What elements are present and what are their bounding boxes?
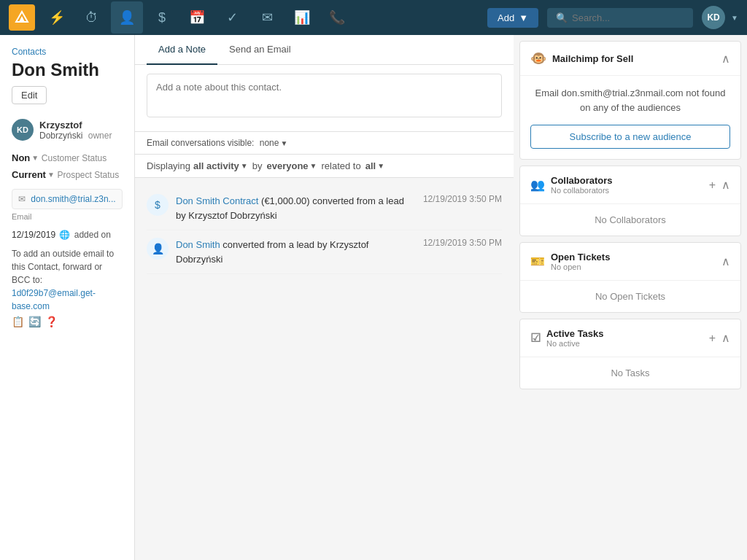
collaborators-collapse-btn[interactable]: ∧	[721, 178, 730, 192]
activity-filter-user-arrow: ▼	[310, 162, 317, 170]
open-tickets-title-text: Open Tickets	[551, 252, 610, 262]
open-tickets-subtitle: No open	[551, 262, 610, 271]
email-icon: ✉	[18, 194, 26, 204]
open-tickets-collapse-btn[interactable]: ∧	[721, 254, 730, 268]
tab-add-note[interactable]: Add a Note	[147, 35, 217, 65]
collaborators-add-btn[interactable]: +	[709, 179, 716, 192]
owner-last-name: Dobrzyński	[39, 131, 82, 141]
active-tasks-title-text: Active Tasks	[546, 328, 604, 339]
prospect-status-arrow: ▼	[47, 171, 55, 179]
nav-icon-activity[interactable]: ⚡	[41, 1, 73, 34]
activity-filter-activity-arrow: ▼	[241, 162, 248, 170]
nav-icon-reports[interactable]: 📊	[286, 1, 318, 34]
activity-filter-related: related to	[322, 160, 361, 171]
open-tickets-card: 🎫 Open Tickets No open ∧ No Open Tickets	[519, 242, 741, 313]
left-panel: Contacts Don Smith Edit KD Krzysztof Dob…	[0, 35, 135, 560]
owner-name: Krzysztof	[39, 120, 112, 131]
breadcrumb[interactable]: Contacts	[12, 47, 123, 57]
date-row: 12/19/2019 🌐 added on	[12, 230, 123, 240]
collaborators-card-header[interactable]: 👥 Collaborators No collaborators + ∧	[520, 166, 740, 204]
email-filter-prefix: Email conversations visible:	[147, 138, 254, 148]
open-tickets-card-header[interactable]: 🎫 Open Tickets No open ∧	[520, 243, 740, 281]
tab-add-note-label: Add a Note	[158, 44, 206, 55]
activity-deal-icon: $	[147, 194, 169, 216]
copy-icon[interactable]: 📋	[12, 316, 24, 327]
tasks-icon: ☑	[530, 331, 541, 345]
collaborators-card: 👥 Collaborators No collaborators + ∧ No …	[519, 166, 741, 236]
app-logo[interactable]	[9, 4, 35, 31]
globe-icon: 🌐	[59, 230, 70, 240]
mailchimp-collapse-btn[interactable]: ∧	[721, 52, 730, 66]
collaborators-title-text: Collaborators	[551, 175, 613, 186]
mailchimp-card-header[interactable]: 🐵 Mailchimp for Sell ∧	[520, 42, 740, 76]
main-layout: Contacts Don Smith Edit KD Krzysztof Dob…	[0, 35, 747, 560]
nav-icon-timer[interactable]: ⏱	[76, 1, 108, 34]
user-avatar[interactable]: KD	[702, 6, 725, 29]
avatar-initials: KD	[707, 12, 719, 23]
customer-status-value[interactable]: Non ▼	[12, 152, 39, 163]
user-menu-dropdown[interactable]: ▼	[731, 14, 738, 22]
nav-icon-phone[interactable]: 📞	[321, 1, 353, 34]
open-tickets-empty: No Open Tickets	[520, 281, 740, 312]
activity-filter-all-activity[interactable]: all activity ▼	[193, 160, 248, 171]
active-tasks-card-header[interactable]: ☑ Active Tasks No active + ∧	[520, 319, 740, 357]
activity-deal-content: Don Smith Contract (€1,000.00) converted…	[176, 194, 416, 222]
owner-initials: KD	[17, 125, 28, 134]
open-tickets-card-actions: ∧	[721, 254, 730, 268]
customer-status-arrow: ▼	[31, 154, 39, 162]
help-icon[interactable]: ❓	[45, 316, 58, 327]
nav-icon-email[interactable]: ✉	[251, 1, 283, 34]
prospect-status-row: Current ▼ Prospect Status	[12, 169, 123, 180]
forward-text-content: To add an outside email to this Contact,…	[12, 249, 114, 285]
forward-icons: 📋 🔄 ❓	[12, 316, 123, 327]
active-tasks-collapse-btn[interactable]: ∧	[721, 331, 730, 345]
prospect-status-value[interactable]: Current ▼	[12, 169, 55, 180]
email-row: ✉ don.smith@trial.z3n...	[12, 189, 123, 209]
activity-contact-time: 12/19/2019 3:50 PM	[423, 238, 502, 248]
active-tasks-add-btn[interactable]: +	[709, 332, 716, 345]
collaborators-empty: No Collaborators	[520, 204, 740, 236]
collaborators-card-actions: + ∧	[709, 178, 730, 192]
activity-item: 👤 Don Smith converted from a lead by Krz…	[147, 230, 502, 274]
email-label: Email	[12, 212, 123, 221]
activity-filter-everyone[interactable]: everyone ▼	[267, 160, 317, 171]
add-button[interactable]: Add ▼	[487, 8, 538, 28]
search-container: 🔍	[547, 8, 693, 28]
activity-filter: Displaying all activity ▼ by everyone ▼ …	[135, 155, 514, 178]
search-input[interactable]	[572, 12, 689, 23]
activity-deal-time: 12/19/2019 3:50 PM	[423, 194, 502, 204]
owner-avatar: KD	[12, 119, 34, 141]
email-filter-value[interactable]: none ▼	[260, 138, 288, 148]
activity-filter-scope[interactable]: all ▼	[365, 160, 384, 171]
open-tickets-card-title: 🎫 Open Tickets No open	[530, 252, 610, 271]
edit-button[interactable]: Edit	[12, 86, 47, 104]
nav-icon-contacts[interactable]: 👤	[111, 1, 143, 34]
refresh-icon[interactable]: 🔄	[28, 316, 41, 327]
collaborators-card-title: 👥 Collaborators No collaborators	[530, 175, 613, 195]
email-filter: Email conversations visible: none ▼	[135, 132, 514, 155]
search-icon: 🔍	[556, 12, 568, 23]
forward-email[interactable]: 1d0f29b7@email.get-base.com	[12, 288, 96, 311]
activity-filter-by: by	[252, 160, 263, 171]
right-panel: 🐵 Mailchimp for Sell ∧ Email don.smith@t…	[514, 35, 747, 560]
tab-send-email[interactable]: Send an Email	[217, 35, 303, 65]
note-textarea[interactable]	[147, 74, 502, 117]
activity-filter-scope-text: all	[365, 160, 376, 171]
add-button-label: Add	[498, 12, 514, 23]
active-tasks-empty: No Tasks	[520, 357, 740, 389]
active-tasks-subtitle: No active	[546, 339, 604, 348]
contact-name: Don Smith	[12, 60, 123, 80]
activity-contact-link[interactable]: Don Smith	[176, 239, 220, 250]
active-tasks-card-title: ☑ Active Tasks No active	[530, 328, 604, 348]
nav-icon-tasks[interactable]: ✓	[216, 1, 248, 34]
subscribe-button[interactable]: Subscribe to a new audience	[530, 125, 730, 149]
customer-status-label-text: Customer Status	[42, 153, 107, 163]
date-added: 12/19/2019	[12, 230, 55, 240]
nav-icon-sales[interactable]: $	[146, 1, 178, 34]
email-address: don.smith@trial.z3n...	[31, 194, 115, 204]
email-filter-arrow: ▼	[280, 139, 287, 147]
nav-icon-calendar[interactable]: 📅	[181, 1, 213, 34]
customer-status-text: Non	[12, 152, 30, 163]
activity-deal-link[interactable]: Don Smith Contract	[176, 195, 258, 206]
prospect-status-label-text: Prospect Status	[57, 170, 119, 180]
